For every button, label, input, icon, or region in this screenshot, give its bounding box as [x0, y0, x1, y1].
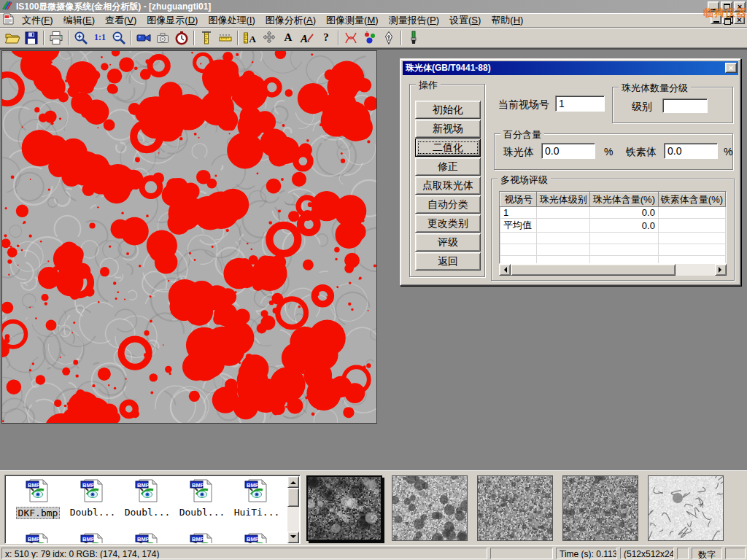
menu-image-analysis[interactable]: 图像分析(A)	[260, 12, 321, 28]
dialog-close-button[interactable]: ×	[725, 63, 737, 73]
toolbar-separator	[68, 31, 69, 45]
svg-text:BMP: BMP	[247, 536, 259, 542]
window-title: IS100显微摄像系统(金相分析版) - [zhuguangti01]	[16, 1, 211, 13]
menu-image-display[interactable]: 图像显示(D)	[142, 12, 203, 28]
arrow-left-icon	[501, 267, 507, 273]
ferrite-label: 铁素体	[626, 146, 657, 159]
move-cross-icon[interactable]	[260, 29, 279, 47]
scroll-left-button[interactable]	[499, 264, 511, 276]
video-camera-icon[interactable]	[134, 29, 153, 47]
return-button[interactable]: 返回	[415, 252, 481, 271]
mdi-minimize-button[interactable]	[711, 15, 721, 24]
thumbnail-3[interactable]	[477, 475, 553, 541]
pick-pearlite-button[interactable]: 点取珠光体	[415, 176, 481, 195]
text-edit-icon[interactable]: A	[298, 29, 317, 47]
classify-dots-icon[interactable]	[360, 29, 379, 47]
thumbnail-4[interactable]	[562, 475, 638, 541]
file-item[interactable]: BMP Doubl...	[120, 478, 174, 518]
close-button[interactable]: ×	[734, 1, 746, 12]
minimize-button[interactable]	[708, 1, 719, 12]
rating-table[interactable]: 视场号 珠光体级别 珠光体含量(%) 铁素体含量(%) 1 0.0	[499, 191, 727, 264]
hscroll-thumb[interactable]	[511, 264, 676, 276]
file-item[interactable]: BMP Doubl...	[66, 478, 120, 518]
col-field-no[interactable]: 视场号	[500, 192, 537, 207]
table-hscrollbar[interactable]	[499, 264, 727, 276]
level-input[interactable]	[662, 98, 708, 113]
file-item[interactable]: BMP DKF.bmp	[11, 478, 65, 519]
open-folder-icon[interactable]	[3, 29, 22, 47]
scroll-right-button[interactable]	[715, 264, 727, 276]
file-item[interactable]: BMP	[175, 532, 229, 544]
status-mode: 数字	[692, 548, 722, 559]
file-item[interactable]: BMP	[11, 532, 65, 544]
actual-size-icon[interactable]: 1:1	[90, 29, 109, 47]
thumbnail-5[interactable]	[648, 475, 724, 541]
zoom-out-icon[interactable]	[109, 29, 128, 47]
col-ferrite-content[interactable]: 铁素体含量(%)	[658, 192, 725, 207]
menu-settings[interactable]: 设置(S)	[444, 12, 486, 28]
svg-text:BMP: BMP	[82, 536, 95, 542]
vscroll-thumb[interactable]	[287, 488, 299, 507]
correct-button[interactable]: 修正	[415, 158, 481, 176]
pearlite-percent-input[interactable]	[541, 143, 595, 159]
rate-button[interactable]: 评级	[415, 233, 481, 252]
file-browser: BMP DKF.bmp BMP Doubl... BMP Doubl...	[4, 475, 301, 544]
help-icon[interactable]: ?	[317, 29, 336, 47]
menu-measure-report[interactable]: 测量报告(P)	[384, 12, 444, 28]
mdi-workspace: 珠光体(GB/T9441-88) × 操作 初始化 新视场 二值化 修正 点取珠…	[0, 48, 747, 470]
timer-clock-icon[interactable]	[172, 29, 191, 47]
level-label: 级别	[632, 101, 652, 114]
menu-help[interactable]: 帮助(H)	[486, 12, 528, 28]
menu-view[interactable]: 查看(V)	[100, 12, 142, 28]
file-item[interactable]: BMP HuiTi...	[230, 478, 284, 518]
dialog-title-bar[interactable]: 珠光体(GB/T9441-88) ×	[403, 61, 738, 75]
menu-image-measure[interactable]: 图像测量(M)	[321, 12, 384, 28]
binarize-button[interactable]: 二值化	[415, 139, 481, 157]
scroll-down-button[interactable]	[287, 532, 299, 543]
grading-group: 珠光体数量分级 级别	[612, 87, 733, 123]
micrograph-image[interactable]	[2, 51, 376, 423]
save-icon[interactable]	[22, 29, 41, 47]
current-field-input[interactable]	[555, 96, 605, 112]
print-icon[interactable]	[47, 29, 66, 47]
file-vscrollbar[interactable]	[287, 476, 299, 543]
new-field-button[interactable]: 新视场	[415, 120, 481, 138]
horizontal-ruler-icon[interactable]	[216, 29, 235, 47]
pen-tool-icon[interactable]	[379, 29, 398, 47]
auto-classify-button[interactable]: 自动分类	[415, 195, 481, 214]
capture-camera-icon[interactable]	[153, 29, 172, 47]
table-row	[500, 256, 726, 265]
ferrite-percent-input[interactable]	[664, 143, 718, 159]
mdi-restore-button[interactable]	[722, 15, 733, 24]
svg-text:A: A	[300, 33, 308, 44]
maximize-button[interactable]	[721, 1, 732, 12]
document-icon[interactable]	[3, 13, 14, 27]
file-item[interactable]: BMP	[230, 532, 284, 544]
bmp-file-icon: BMP	[134, 495, 160, 505]
menu-edit[interactable]: 编辑(E)	[58, 12, 100, 28]
measure-label-icon[interactable]: A	[241, 29, 260, 47]
thumbnail-2[interactable]	[392, 475, 468, 541]
mdi-close-icon: ×	[737, 16, 741, 23]
file-item[interactable]: BMP Doubl...	[175, 478, 229, 518]
curve-tool-icon[interactable]	[341, 29, 360, 47]
menu-file[interactable]: 文件(F)	[17, 12, 58, 28]
brush-tool-icon[interactable]	[404, 29, 423, 47]
bmp-file-icon: BMP	[189, 495, 215, 505]
toolbar-separator	[43, 31, 44, 45]
change-class-button[interactable]: 更改类别	[415, 214, 481, 233]
mdi-close-button[interactable]: ×	[734, 15, 745, 24]
file-item[interactable]: BMP	[120, 532, 174, 544]
status-position: x: 510 y: 79 idx: 0 RGB: (174, 174, 174)	[1, 548, 487, 559]
zoom-in-icon[interactable]	[71, 29, 90, 47]
thumbnail-1[interactable]	[306, 475, 382, 541]
col-pearlite-content[interactable]: 珠光体含量(%)	[589, 192, 658, 207]
scroll-up-button[interactable]	[287, 476, 299, 488]
current-field-label: 当前视场号	[498, 98, 549, 112]
vertical-caliper-icon[interactable]	[197, 29, 216, 47]
col-pearlite-level[interactable]: 珠光体级别	[537, 192, 589, 207]
menu-image-processing[interactable]: 图像处理(I)	[203, 12, 260, 28]
file-item[interactable]: BMP	[66, 532, 120, 544]
text-icon[interactable]: A	[279, 29, 298, 47]
init-button[interactable]: 初始化	[415, 101, 481, 119]
